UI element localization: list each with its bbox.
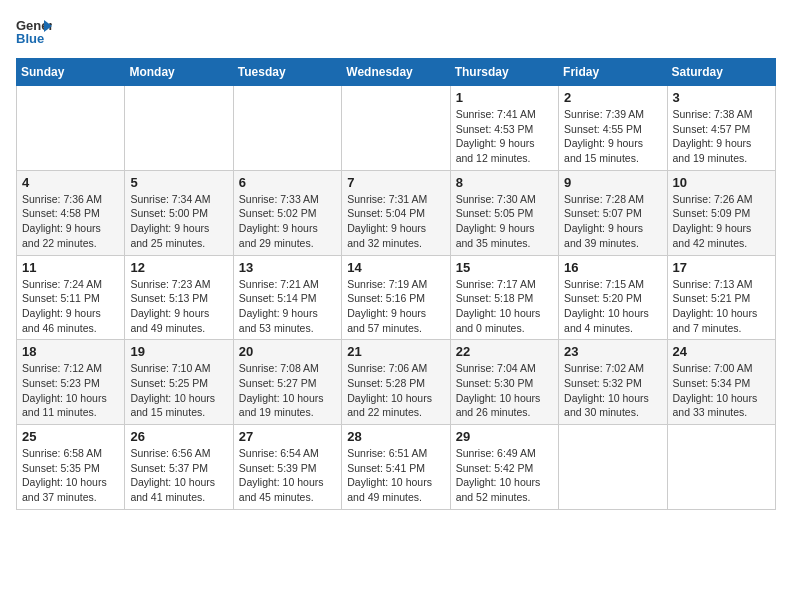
calendar-week-row: 11Sunrise: 7:24 AM Sunset: 5:11 PM Dayli… — [17, 255, 776, 340]
day-number: 6 — [239, 175, 336, 190]
calendar-cell: 26Sunrise: 6:56 AM Sunset: 5:37 PM Dayli… — [125, 425, 233, 510]
calendar-cell: 15Sunrise: 7:17 AM Sunset: 5:18 PM Dayli… — [450, 255, 558, 340]
day-number: 9 — [564, 175, 661, 190]
calendar-week-row: 18Sunrise: 7:12 AM Sunset: 5:23 PM Dayli… — [17, 340, 776, 425]
day-info: Sunrise: 7:17 AM Sunset: 5:18 PM Dayligh… — [456, 277, 553, 336]
day-number: 16 — [564, 260, 661, 275]
calendar-cell: 27Sunrise: 6:54 AM Sunset: 5:39 PM Dayli… — [233, 425, 341, 510]
day-info: Sunrise: 7:13 AM Sunset: 5:21 PM Dayligh… — [673, 277, 770, 336]
calendar-cell: 6Sunrise: 7:33 AM Sunset: 5:02 PM Daylig… — [233, 170, 341, 255]
calendar-cell: 28Sunrise: 6:51 AM Sunset: 5:41 PM Dayli… — [342, 425, 450, 510]
day-number: 8 — [456, 175, 553, 190]
day-info: Sunrise: 7:39 AM Sunset: 4:55 PM Dayligh… — [564, 107, 661, 166]
day-info: Sunrise: 6:51 AM Sunset: 5:41 PM Dayligh… — [347, 446, 444, 505]
calendar-cell: 24Sunrise: 7:00 AM Sunset: 5:34 PM Dayli… — [667, 340, 775, 425]
day-number: 18 — [22, 344, 119, 359]
calendar-header-row: SundayMondayTuesdayWednesdayThursdayFrid… — [17, 59, 776, 86]
day-of-week-header: Thursday — [450, 59, 558, 86]
calendar-cell: 21Sunrise: 7:06 AM Sunset: 5:28 PM Dayli… — [342, 340, 450, 425]
calendar-cell: 11Sunrise: 7:24 AM Sunset: 5:11 PM Dayli… — [17, 255, 125, 340]
day-number: 29 — [456, 429, 553, 444]
day-number: 10 — [673, 175, 770, 190]
day-number: 13 — [239, 260, 336, 275]
day-info: Sunrise: 6:56 AM Sunset: 5:37 PM Dayligh… — [130, 446, 227, 505]
calendar-week-row: 4Sunrise: 7:36 AM Sunset: 4:58 PM Daylig… — [17, 170, 776, 255]
day-info: Sunrise: 6:49 AM Sunset: 5:42 PM Dayligh… — [456, 446, 553, 505]
calendar-cell — [342, 86, 450, 171]
day-number: 7 — [347, 175, 444, 190]
day-of-week-header: Wednesday — [342, 59, 450, 86]
logo: General Blue — [16, 16, 52, 46]
calendar-cell — [667, 425, 775, 510]
day-info: Sunrise: 7:31 AM Sunset: 5:04 PM Dayligh… — [347, 192, 444, 251]
calendar-cell: 7Sunrise: 7:31 AM Sunset: 5:04 PM Daylig… — [342, 170, 450, 255]
calendar-cell: 12Sunrise: 7:23 AM Sunset: 5:13 PM Dayli… — [125, 255, 233, 340]
day-of-week-header: Tuesday — [233, 59, 341, 86]
calendar-week-row: 25Sunrise: 6:58 AM Sunset: 5:35 PM Dayli… — [17, 425, 776, 510]
day-info: Sunrise: 7:15 AM Sunset: 5:20 PM Dayligh… — [564, 277, 661, 336]
day-of-week-header: Saturday — [667, 59, 775, 86]
day-number: 12 — [130, 260, 227, 275]
calendar-cell: 14Sunrise: 7:19 AM Sunset: 5:16 PM Dayli… — [342, 255, 450, 340]
day-info: Sunrise: 7:36 AM Sunset: 4:58 PM Dayligh… — [22, 192, 119, 251]
calendar-cell — [125, 86, 233, 171]
day-number: 22 — [456, 344, 553, 359]
calendar-cell: 1Sunrise: 7:41 AM Sunset: 4:53 PM Daylig… — [450, 86, 558, 171]
calendar-cell: 22Sunrise: 7:04 AM Sunset: 5:30 PM Dayli… — [450, 340, 558, 425]
day-number: 19 — [130, 344, 227, 359]
calendar-cell: 29Sunrise: 6:49 AM Sunset: 5:42 PM Dayli… — [450, 425, 558, 510]
calendar-cell: 4Sunrise: 7:36 AM Sunset: 4:58 PM Daylig… — [17, 170, 125, 255]
calendar-cell: 10Sunrise: 7:26 AM Sunset: 5:09 PM Dayli… — [667, 170, 775, 255]
day-info: Sunrise: 7:21 AM Sunset: 5:14 PM Dayligh… — [239, 277, 336, 336]
day-info: Sunrise: 7:00 AM Sunset: 5:34 PM Dayligh… — [673, 361, 770, 420]
day-number: 11 — [22, 260, 119, 275]
day-number: 23 — [564, 344, 661, 359]
calendar-cell: 8Sunrise: 7:30 AM Sunset: 5:05 PM Daylig… — [450, 170, 558, 255]
day-number: 27 — [239, 429, 336, 444]
day-number: 26 — [130, 429, 227, 444]
calendar-cell — [17, 86, 125, 171]
logo-icon: General Blue — [16, 16, 52, 46]
svg-text:Blue: Blue — [16, 31, 44, 46]
day-info: Sunrise: 6:58 AM Sunset: 5:35 PM Dayligh… — [22, 446, 119, 505]
calendar-cell: 3Sunrise: 7:38 AM Sunset: 4:57 PM Daylig… — [667, 86, 775, 171]
day-number: 25 — [22, 429, 119, 444]
day-number: 3 — [673, 90, 770, 105]
day-info: Sunrise: 7:10 AM Sunset: 5:25 PM Dayligh… — [130, 361, 227, 420]
day-info: Sunrise: 7:26 AM Sunset: 5:09 PM Dayligh… — [673, 192, 770, 251]
day-number: 24 — [673, 344, 770, 359]
calendar-cell: 25Sunrise: 6:58 AM Sunset: 5:35 PM Dayli… — [17, 425, 125, 510]
day-number: 21 — [347, 344, 444, 359]
calendar-cell: 9Sunrise: 7:28 AM Sunset: 5:07 PM Daylig… — [559, 170, 667, 255]
day-number: 5 — [130, 175, 227, 190]
day-info: Sunrise: 7:23 AM Sunset: 5:13 PM Dayligh… — [130, 277, 227, 336]
calendar-cell: 16Sunrise: 7:15 AM Sunset: 5:20 PM Dayli… — [559, 255, 667, 340]
day-number: 20 — [239, 344, 336, 359]
calendar-cell: 23Sunrise: 7:02 AM Sunset: 5:32 PM Dayli… — [559, 340, 667, 425]
day-info: Sunrise: 7:02 AM Sunset: 5:32 PM Dayligh… — [564, 361, 661, 420]
calendar-cell: 13Sunrise: 7:21 AM Sunset: 5:14 PM Dayli… — [233, 255, 341, 340]
day-info: Sunrise: 7:28 AM Sunset: 5:07 PM Dayligh… — [564, 192, 661, 251]
calendar-cell: 17Sunrise: 7:13 AM Sunset: 5:21 PM Dayli… — [667, 255, 775, 340]
day-info: Sunrise: 7:33 AM Sunset: 5:02 PM Dayligh… — [239, 192, 336, 251]
day-info: Sunrise: 7:19 AM Sunset: 5:16 PM Dayligh… — [347, 277, 444, 336]
day-number: 14 — [347, 260, 444, 275]
calendar-cell: 19Sunrise: 7:10 AM Sunset: 5:25 PM Dayli… — [125, 340, 233, 425]
calendar-cell — [233, 86, 341, 171]
day-info: Sunrise: 7:34 AM Sunset: 5:00 PM Dayligh… — [130, 192, 227, 251]
day-number: 17 — [673, 260, 770, 275]
day-of-week-header: Sunday — [17, 59, 125, 86]
day-number: 15 — [456, 260, 553, 275]
day-info: Sunrise: 7:08 AM Sunset: 5:27 PM Dayligh… — [239, 361, 336, 420]
calendar-week-row: 1Sunrise: 7:41 AM Sunset: 4:53 PM Daylig… — [17, 86, 776, 171]
page-header: General Blue — [16, 16, 776, 46]
day-info: Sunrise: 7:30 AM Sunset: 5:05 PM Dayligh… — [456, 192, 553, 251]
calendar-cell: 18Sunrise: 7:12 AM Sunset: 5:23 PM Dayli… — [17, 340, 125, 425]
day-info: Sunrise: 6:54 AM Sunset: 5:39 PM Dayligh… — [239, 446, 336, 505]
calendar-table: SundayMondayTuesdayWednesdayThursdayFrid… — [16, 58, 776, 510]
day-info: Sunrise: 7:38 AM Sunset: 4:57 PM Dayligh… — [673, 107, 770, 166]
day-number: 1 — [456, 90, 553, 105]
day-of-week-header: Friday — [559, 59, 667, 86]
calendar-cell: 5Sunrise: 7:34 AM Sunset: 5:00 PM Daylig… — [125, 170, 233, 255]
calendar-cell: 20Sunrise: 7:08 AM Sunset: 5:27 PM Dayli… — [233, 340, 341, 425]
